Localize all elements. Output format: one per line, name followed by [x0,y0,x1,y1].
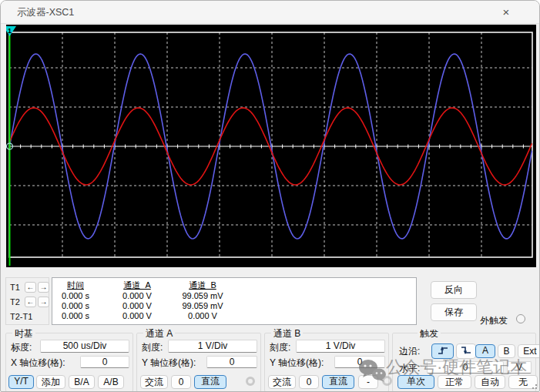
diff-channel-a-value: 0.000 V [99,311,176,320]
oscilloscope-window: 示波器-XSC1 × 1 T1 ← → T2 ← → T2-T1 时间 [0,0,540,392]
channel-b-panel: 通道 B 刻度: 1 V/Div Y 轴位移(格): 0 交流 0 直流 - [264,333,389,392]
trigger-edge-label: 边沿: [399,345,420,358]
close-icon[interactable]: × [498,4,515,21]
t2-time-value: 0.000 s [52,301,99,310]
trigger-auto-button[interactable]: 自动 [475,375,505,389]
trigger-title: 触发 [418,327,441,340]
scope-display: 1 [6,25,536,267]
trigger-source-b-button[interactable]: B [498,344,515,358]
cursor-t2-label: T2 [10,297,23,307]
scope-screen-svg: 1 [6,25,536,267]
readout-header-row: 时间 通道_A 通道_B [52,280,416,291]
channel-a-panel: 通道 A 刻度: 1 V/Div Y 轴位移(格): 0 交流 0 直流 [136,333,261,392]
cursor-diff-label: T2-T1 [10,312,32,321]
cursor-row-diff: T2-T1 [10,312,32,321]
timebase-yt-button[interactable]: Y/T [8,375,34,389]
cursor-row-t2: T2 ← → [10,297,49,307]
cursor-control-box: T1 ← → T2 ← → T2-T1 [5,277,49,325]
channel-b-minus-button[interactable]: - [358,375,378,389]
cursor-t1-label: T1 [10,283,23,292]
trigger-source-a-button[interactable]: A [475,344,495,358]
channel-b-ypos-input[interactable]: 0 [334,356,385,368]
trigger-level-label: 水平: [399,362,420,375]
channel-b-scale-label: 刻度: [270,341,290,354]
channel-a-title: 通道 A [143,327,175,340]
ext-trigger-indicator[interactable] [516,314,525,323]
measurement-area: T1 ← → T2 ← → T2-T1 时间 通道_A 通道_B 0.000 s… [1,267,539,333]
channel-b-dc-button[interactable]: 直流 [322,375,354,389]
cursor-row-t1: T1 ← → [10,282,49,293]
trigger-panel: 触发 边沿: A B Ext 水平: 0 V 单次 正常 自动 无 [392,333,536,392]
trigger-level-unit-select[interactable]: V [507,361,532,374]
channel-b-ac-button[interactable]: 交流 [268,375,296,389]
channel-a-ypos-label: Y 轴位移(格): [142,357,196,370]
channel-a-zero-button[interactable]: 0 [171,375,191,389]
reverse-button[interactable]: 反向 [431,281,477,299]
channel-a-ac-button[interactable]: 交流 [140,375,168,389]
channel-a-ypos-input[interactable]: 0 [206,356,257,368]
rising-edge-icon [437,345,449,356]
t1-left-arrow-button[interactable]: ← [25,282,36,293]
t1-channel-b-value: 99.059 mV [176,291,230,300]
readout-row-diff: 0.000 s 0.000 V 0.000 V [52,311,416,320]
resize-grip[interactable] [529,381,537,389]
measurement-readout: 时间 通道_A 通道_B 0.000 s 0.000 V 99.059 mV 0… [52,277,417,325]
rising-edge-button[interactable] [431,343,454,359]
diff-time-value: 0.000 s [52,311,99,320]
t2-left-arrow-button[interactable]: ← [25,297,36,307]
readout-row-t2: 0.000 s 0.000 V 99.059 mV [52,301,416,310]
channel-a-scale-input[interactable]: 1 V/Div [168,340,257,353]
window-title: 示波器-XSC1 [17,6,74,19]
timebase-xpos-input[interactable]: 0 [80,356,129,368]
timebase-ab-button[interactable]: A/B [98,375,124,389]
column-header-time: 时间 [52,280,99,291]
diff-channel-b-value: 0.000 V [176,311,230,320]
channel-b-scale-input[interactable]: 1 V/Div [296,340,385,353]
t1-channel-a-value: 0.000 V [99,291,176,300]
column-header-channel-b: 通道_B [176,280,230,291]
t1-time-value: 0.000 s [52,291,99,300]
channel-a-dc-button[interactable]: 直流 [194,375,226,389]
timebase-add-button[interactable]: 添加 [36,375,65,389]
timebase-scale-input[interactable]: 500 us/Div [40,340,129,353]
timebase-title: 时基 [12,327,35,340]
t2-channel-a-value: 0.000 V [99,301,176,310]
t1-right-arrow-button[interactable]: → [38,282,49,293]
channel-b-zero-button[interactable]: 0 [299,375,319,389]
trigger-single-button[interactable]: 单次 [397,375,434,389]
trigger-normal-button[interactable]: 正常 [438,375,471,389]
save-button[interactable]: 保存 [431,303,477,321]
trigger-level-input[interactable]: 0 [427,361,504,374]
falling-edge-button[interactable] [456,343,476,359]
column-header-channel-a: 通道_A [99,280,176,291]
t2-right-arrow-button[interactable]: → [38,297,49,307]
falling-edge-icon [460,345,472,356]
timebase-ba-button[interactable]: B/A [69,375,95,389]
readout-row-t1: 0.000 s 0.000 V 99.059 mV [52,291,416,300]
channel-b-title: 通道 B [271,327,303,340]
svg-text:1: 1 [8,27,12,35]
t2-channel-b-value: 99.059 mV [176,301,230,310]
channel-b-ypos-label: Y 轴位移(格): [270,357,324,370]
trigger-source-ext-button[interactable]: Ext [518,344,540,358]
ext-trigger-label: 外触发 [480,314,508,327]
channel-a-scale-label: 刻度: [142,341,163,354]
timebase-xpos-label: X 轴位移(格): [11,357,65,370]
timebase-panel: 时基 标度: 500 us/Div X 轴位移(格): 0 Y/T 添加 B/A… [5,333,133,392]
title-bar[interactable]: 示波器-XSC1 × [1,1,539,24]
timebase-scale-label: 标度: [11,341,32,354]
